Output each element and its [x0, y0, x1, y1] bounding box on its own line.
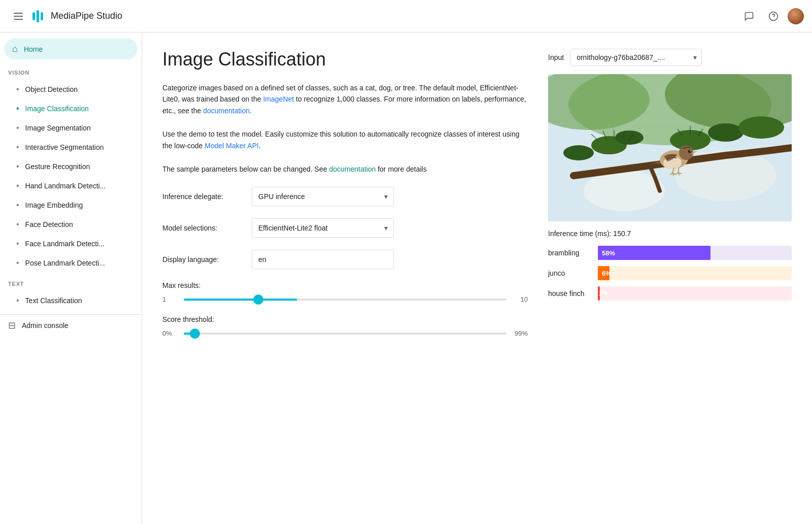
- vision-section-label: VISION: [0, 61, 142, 80]
- svg-point-16: [563, 145, 594, 160]
- svg-point-28: [688, 150, 691, 153]
- sidebar-item-label: Face Landmark Detecti...: [25, 240, 105, 248]
- app-title: MediaPipe Studio: [51, 11, 122, 21]
- score-threshold-row: Score threshold: 0% 99%: [162, 315, 528, 337]
- avatar-image: [788, 8, 804, 24]
- help-icon: [768, 11, 779, 21]
- results-list: brambling 58% junco 6%: [548, 246, 792, 301]
- main-layout: ⌂ Home VISION Object Detection Image Cla…: [0, 32, 812, 524]
- admin-console-item[interactable]: ⊟ Admin console: [0, 314, 142, 336]
- svg-rect-0: [32, 12, 35, 20]
- result-row-house-finch: house finch 1%: [548, 286, 792, 301]
- help-button[interactable]: [763, 6, 784, 26]
- params-intro-bold: The sample parameters below can be chang…: [162, 165, 329, 173]
- inference-delegate-row: Inference delegate: GPU inference CPU in…: [162, 187, 528, 206]
- sidebar-item-image-embedding[interactable]: Image Embedding: [0, 195, 142, 215]
- max-results-row: Max results: 1 10: [162, 281, 528, 303]
- result-row-brambling: brambling 58%: [548, 246, 792, 260]
- sidebar-item-object-detection[interactable]: Object Detection: [0, 80, 142, 99]
- sidebar: ⌂ Home VISION Object Detection Image Cla…: [0, 32, 142, 524]
- inference-delegate-select[interactable]: GPU inference CPU inference: [252, 187, 394, 206]
- sidebar-item-image-segmentation[interactable]: Image Segmentation: [0, 118, 142, 138]
- page-title: Image Classification: [162, 49, 528, 70]
- result-label-house-finch: house finch: [548, 289, 594, 298]
- params-doc-link[interactable]: documentation: [329, 165, 376, 173]
- chat-button[interactable]: [739, 6, 759, 26]
- input-select[interactable]: ornithology-g76ba20687_....: [570, 49, 702, 66]
- max-results-slider[interactable]: [184, 299, 506, 301]
- content-right: Input ornithology-g76ba20687_.... ▾: [548, 49, 792, 508]
- score-threshold-slider-container: 0% 99%: [162, 330, 528, 337]
- sidebar-item-interactive-segmentation[interactable]: Interactive Segmentation: [0, 138, 142, 157]
- inference-delegate-wrapper: GPU inference CPU inference ▾: [252, 187, 394, 206]
- sidebar-item-text-classification[interactable]: Text Classification: [0, 291, 142, 310]
- sidebar-item-label: Image Embedding: [25, 201, 83, 209]
- documentation-link-1[interactable]: documentation: [203, 107, 250, 115]
- image-container: [548, 74, 792, 221]
- model-selections-row: Model selections: EfficientNet-Lite0 Eff…: [162, 218, 528, 238]
- max-results-slider-container: 1 10: [162, 296, 528, 303]
- result-label-junco: junco: [548, 269, 594, 277]
- result-bar-house-finch: 1%: [598, 286, 600, 301]
- result-bar-container-house-finch: 1%: [598, 286, 792, 301]
- bird-scene-svg: [548, 74, 792, 221]
- score-threshold-slider[interactable]: [184, 333, 506, 335]
- result-percentage-junco: 6%: [602, 270, 612, 277]
- sidebar-item-home[interactable]: ⌂ Home: [4, 39, 138, 59]
- input-label: Input: [548, 53, 564, 61]
- model-selections-wrapper: EfficientNet-Lite0 EfficientNet-Lite2 fl…: [252, 218, 394, 238]
- sidebar-item-pose-landmark[interactable]: Pose Landmark Detecti...: [0, 253, 142, 273]
- home-label: Home: [24, 45, 43, 53]
- sidebar-item-face-landmark[interactable]: Face Landmark Detecti...: [0, 234, 142, 253]
- home-icon: ⌂: [12, 44, 18, 54]
- admin-console-label: Admin console: [22, 321, 69, 330]
- svg-point-29: [690, 150, 691, 151]
- result-label-brambling: brambling: [548, 249, 594, 257]
- sidebar-item-label: Face Detection: [25, 220, 73, 228]
- svg-point-14: [708, 123, 743, 142]
- max-results-max: 10: [513, 296, 528, 303]
- sidebar-item-label: Pose Landmark Detecti...: [25, 259, 105, 267]
- result-percentage-brambling: 58%: [602, 249, 615, 257]
- max-results-min: 1: [162, 296, 178, 303]
- use-demo-block: Use the demo to test the model. Easily c…: [162, 128, 528, 151]
- sidebar-item-label: Object Detection: [25, 85, 78, 93]
- sidebar-item-label: Text Classification: [25, 297, 82, 305]
- result-bar-container-brambling: 58%: [598, 246, 792, 260]
- sidebar-item-label: Interactive Segmentation: [25, 143, 104, 151]
- params-intro-end: for more details: [376, 165, 426, 173]
- sidebar-item-image-classification[interactable]: Image Classification: [0, 99, 142, 118]
- result-bar-brambling: 58%: [598, 246, 710, 260]
- menu-button[interactable]: [8, 6, 28, 26]
- logo-area: MediaPipe Studio: [30, 8, 122, 24]
- svg-point-12: [615, 130, 644, 145]
- svg-rect-1: [37, 10, 39, 22]
- model-maker-link[interactable]: Model Maker API: [205, 142, 259, 150]
- inference-delegate-label: Inference delegate:: [162, 192, 244, 201]
- score-threshold-label: Score threshold:: [162, 315, 528, 323]
- input-row: Input ornithology-g76ba20687_.... ▾: [548, 49, 792, 66]
- svg-rect-2: [41, 12, 43, 20]
- imagenet-link[interactable]: ImageNet: [263, 95, 294, 103]
- svg-point-15: [738, 116, 784, 139]
- sidebar-item-hand-landmark[interactable]: Hand Landmark Detecti...: [0, 176, 142, 195]
- model-selections-label: Model selections:: [162, 224, 244, 232]
- sidebar-item-gesture-recognition[interactable]: Gesture Recognition: [0, 157, 142, 176]
- sidebar-item-face-detection[interactable]: Face Detection: [0, 215, 142, 234]
- content-area: Image Classification Categorize images b…: [142, 32, 812, 524]
- user-avatar[interactable]: [788, 8, 804, 24]
- params-intro-block: The sample parameters below can be chang…: [162, 163, 528, 175]
- display-language-row: Display language: en: [162, 250, 528, 269]
- sidebar-item-label: Hand Landmark Detecti...: [25, 182, 106, 190]
- sidebar-item-label: Gesture Recognition: [25, 162, 90, 171]
- result-bar-container-junco: 6%: [598, 266, 792, 280]
- mediapipe-logo-icon: [30, 8, 47, 24]
- inference-time: Inference time (ms): 150.7: [548, 230, 792, 238]
- score-threshold-max: 99%: [513, 330, 528, 337]
- input-select-wrapper: ornithology-g76ba20687_.... ▾: [570, 49, 702, 66]
- result-row-junco: junco 6%: [548, 266, 792, 280]
- header-actions: [739, 6, 804, 26]
- model-selections-select[interactable]: EfficientNet-Lite0 EfficientNet-Lite2 fl…: [252, 218, 394, 238]
- display-language-input[interactable]: en: [252, 250, 394, 269]
- use-demo-end: .: [259, 142, 261, 150]
